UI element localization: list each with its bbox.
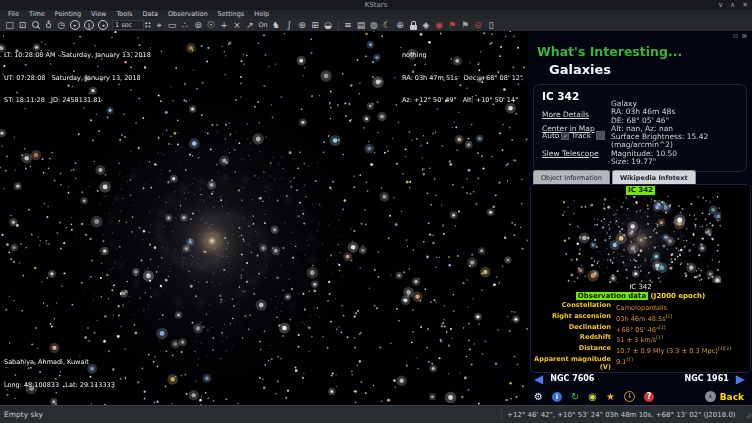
- night-vision-icon[interactable]: ◍: [368, 20, 381, 31]
- menu-data[interactable]: Data: [137, 10, 163, 19]
- next-object-label[interactable]: NGC 1961: [685, 374, 729, 383]
- next-object-icon[interactable]: ▶: [736, 371, 745, 387]
- step-back-icon[interactable]: ◂: [98, 20, 108, 30]
- menu-view[interactable]: View: [86, 10, 111, 19]
- auto-checkbox[interactable]: ✓: [561, 132, 569, 140]
- fullscreen-icon[interactable]: □: [3, 20, 16, 31]
- close-button[interactable]: ✕: [742, 0, 748, 10]
- toggle-clock-icon[interactable]: ‖: [84, 20, 94, 30]
- wiki-row-value-text: 31 ± 3 km/s: [616, 337, 656, 345]
- wiki-row-ref[interactable]: [1]: [656, 335, 662, 340]
- footer-icons: ⚙i↻◉★↓?: [534, 390, 654, 404]
- toggle-constellation-art-icon[interactable]: ♞: [270, 20, 283, 31]
- wiki-row-label: Apparent magnitude (V): [531, 356, 611, 371]
- time-step-spinbox[interactable]: 1 sec ▴▾ ▴▾: [112, 20, 151, 30]
- color-scheme-icon[interactable]: ◈: [420, 20, 433, 31]
- minimize-button[interactable]: ∨: [718, 0, 723, 10]
- favorite-icon[interactable]: ★: [606, 390, 615, 404]
- time-step-arrows[interactable]: ▴▾: [145, 21, 147, 29]
- object-details: Galaxy RA: 03h 46m 48s DE: 68° 05' 46" A…: [611, 100, 708, 166]
- observation-flag-icon[interactable]: ⚑: [446, 20, 459, 31]
- toggle-milky-way-icon[interactable]: ∫: [283, 20, 296, 31]
- object-nav-row: ◀ NGC 7606 NGC 1961 ▶: [530, 370, 749, 387]
- toolbar-extender-icon[interactable]: ▯: [485, 20, 498, 31]
- export-sky-image-icon[interactable]: ⊡: [16, 20, 29, 31]
- table-row: Declination +68° 05' 46"[1]: [531, 324, 750, 335]
- wiki-row-ref[interactable]: [2][3]: [718, 346, 731, 351]
- visibility-icon[interactable]: ◉: [588, 390, 597, 404]
- menu-tools[interactable]: Tools: [111, 10, 137, 19]
- list-flags-icon[interactable]: ⚑: [459, 20, 472, 31]
- step-forward-icon[interactable]: ▸: [70, 20, 80, 30]
- focus-crosshair-icon[interactable]: ⌖: [153, 20, 166, 31]
- set-time-icon[interactable]: ◷: [55, 20, 68, 31]
- dock-close-icon[interactable]: ⊠: [742, 32, 747, 39]
- toggle-supernovae-icon[interactable]: ⊛: [296, 20, 309, 31]
- auto-label: Auto: [542, 131, 559, 140]
- spin-down-icon[interactable]: ▾: [145, 25, 147, 29]
- focus-infobox[interactable]: nothing RA: 03h 47m 51s Dec: +68° 08' 12…: [402, 37, 523, 120]
- time-sidereal: ST: 18:11:28 JD: 2458131.81: [4, 97, 151, 105]
- sky-image-icon[interactable]: ▭: [166, 20, 179, 31]
- set-location-icon[interactable]: ♁: [42, 20, 55, 31]
- prev-object-label[interactable]: NGC 7606: [550, 374, 594, 383]
- resize-grip[interactable]: ◢: [746, 411, 751, 419]
- toggle-planets-icon[interactable]: ☉: [205, 20, 218, 31]
- menu-observation[interactable]: Observation: [163, 10, 213, 19]
- slew-telescope-link[interactable]: Slew Telescope: [542, 149, 599, 158]
- galaxy-thumbnail-image: [561, 196, 721, 283]
- toggle-satellites-icon[interactable]: ↗: [244, 20, 257, 31]
- sky-map[interactable]: LT: 10:28:08 AM Saturday, January 13, 20…: [0, 31, 528, 405]
- help-icon[interactable]: ?: [644, 392, 654, 402]
- save-image-icon[interactable]: ▤: [355, 20, 368, 31]
- tab-wikipedia-infotext[interactable]: Wikipedia Infotext: [612, 170, 696, 185]
- menu-time[interactable]: Time: [24, 10, 50, 19]
- toggle-horizon-icon[interactable]: ◒: [322, 20, 335, 31]
- reload-icon[interactable]: ↻: [571, 390, 579, 404]
- back-arrow-icon[interactable]: ‹: [705, 391, 716, 402]
- toggle-constellation-boundaries-icon[interactable]: ×: [231, 20, 244, 31]
- menu-pointing[interactable]: Pointing: [50, 10, 86, 19]
- wiki-row-ref[interactable]: [1]: [627, 357, 633, 362]
- location-name: Sabahiya, Ahmadi, Kuwait: [4, 359, 115, 367]
- more-details-link[interactable]: More Details: [542, 110, 589, 119]
- settings-icon[interactable]: ⚙: [534, 390, 543, 404]
- status-right: +12° 46' 42", +10° 53' 24" 03h 48m 10s, …: [501, 406, 752, 423]
- track-label: Track: [571, 131, 591, 140]
- tab-object-information[interactable]: Object Information: [533, 170, 610, 185]
- status-separator: [501, 410, 502, 420]
- toggle-stars-icon[interactable]: ∴: [179, 20, 192, 31]
- toggle-deepsky-icon[interactable]: ⊚: [192, 20, 205, 31]
- prev-object-icon[interactable]: ◀: [534, 371, 543, 387]
- maximize-button[interactable]: ∧: [730, 0, 735, 10]
- find-object-icon[interactable]: [29, 20, 42, 31]
- whats-interesting-icon[interactable]: ≡: [342, 20, 355, 31]
- time-infobox[interactable]: LT: 10:28:08 AM Saturday, January 13, 20…: [4, 37, 151, 120]
- location-infobox[interactable]: Sabahiya, Ahmadi, Kuwait Long: 48.100833…: [4, 344, 115, 404]
- find-telescope-icon[interactable]: ⊕: [394, 20, 407, 31]
- wiki-row-value-text: 9.1: [616, 358, 627, 366]
- menu-settings[interactable]: Settings: [213, 10, 250, 19]
- fov-symbol-icon[interactable]: ◉: [433, 20, 446, 31]
- time-unit-arrows[interactable]: ▴▾: [148, 21, 150, 29]
- supernova-alerts-icon[interactable]: ⊖: [472, 20, 485, 31]
- lock-icon[interactable]: [410, 25, 417, 30]
- wiki-row-ref[interactable]: [1]: [666, 314, 672, 319]
- table-row: Right ascension 03h 46m 48.5s[1]: [531, 313, 750, 324]
- wikipedia-infotext-view[interactable]: IC 342 IC 342 Observation data (J2000 ep…: [530, 184, 751, 373]
- unit-down-icon[interactable]: ▾: [148, 25, 150, 29]
- details-info-icon[interactable]: i: [552, 392, 562, 402]
- menu-file[interactable]: File: [3, 10, 24, 19]
- toolbar-separator: [338, 21, 339, 30]
- toggle-constellation-lines-icon[interactable]: +: [218, 20, 231, 31]
- whats-up-tonight-icon[interactable]: ☾: [381, 20, 394, 31]
- undock-icon[interactable]: ⊡: [733, 32, 738, 39]
- track-checkbox[interactable]: [596, 131, 605, 140]
- toggle-grid-icon[interactable]: ⊞: [309, 20, 322, 31]
- time-step-value[interactable]: 1 sec: [112, 20, 144, 30]
- menu-help[interactable]: Help: [249, 10, 274, 19]
- back-button[interactable]: ‹ Back: [705, 391, 744, 402]
- toggle-labels-icon[interactable]: On: [257, 20, 270, 31]
- download-resources-icon[interactable]: ↓: [624, 391, 635, 402]
- wiki-row-ref[interactable]: [1]: [659, 325, 665, 330]
